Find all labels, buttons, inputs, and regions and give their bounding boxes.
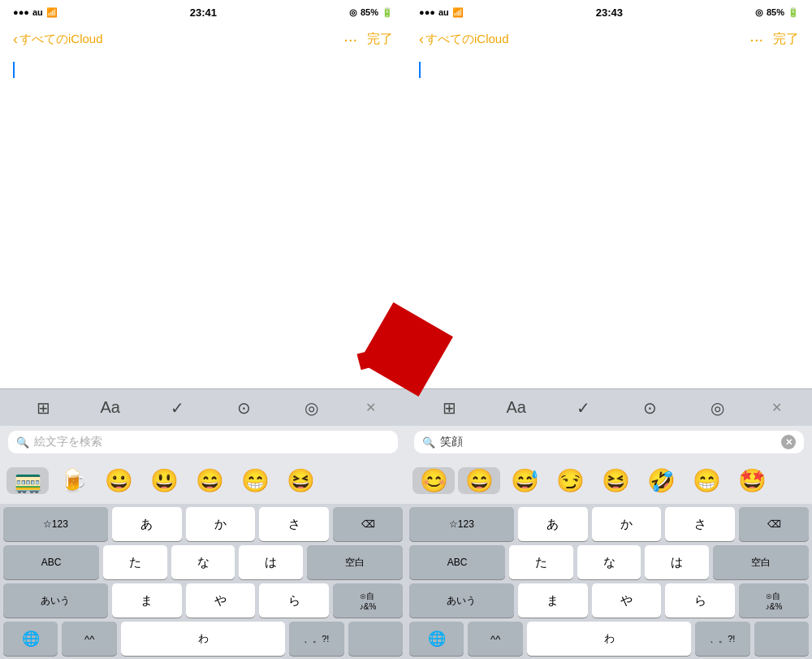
key-ma-right[interactable]: ま [518,583,588,618]
key-na-right[interactable]: な [577,545,641,579]
emoji-row-right: 😊 😄 😅 😏 😆 🤣 😁 🤩 [406,458,812,504]
nav-actions-right: ··· 完了 [749,30,799,49]
search-field-left[interactable]: 🔍 絵文字を検索 [8,431,398,453]
check-icon-right[interactable]: ✓ [570,398,596,418]
emoji-smile[interactable]: 😄 [188,467,231,494]
cursor-right [419,62,421,78]
emoji-grinning[interactable]: 😀 [97,467,140,494]
nav-bar-left: ‹ すべてのiCloud ··· 完了 [0,23,406,55]
location-icon-right: ◎ [755,7,763,18]
key-delete-left[interactable]: ⌫ [333,507,403,541]
note-area-right[interactable] [406,55,812,388]
signal-icon-left: ●●● [13,7,29,17]
nav-back-right[interactable]: ‹ すべてのiCloud [419,31,509,48]
camera-icon-left[interactable]: ⊙ [231,398,257,418]
key-abc-right[interactable]: ABC [409,545,505,579]
key-space-left[interactable]: 空白 [307,545,403,579]
key-aiueo-right[interactable]: あいう [409,583,514,618]
key-caret-right[interactable]: ^^ [468,622,522,656]
key-punct-right[interactable]: 、。?! [695,622,749,656]
key-ka-left[interactable]: か [186,507,256,541]
table-icon-left[interactable]: ⊞ [30,398,56,418]
nav-done-left[interactable]: 完了 [367,31,393,48]
emoji-laughing[interactable]: 😆 [279,467,322,494]
key-ma-left[interactable]: ま [112,583,182,618]
emoji-beer[interactable]: 🍺 [52,467,94,494]
nav-dots-left[interactable]: ··· [343,30,357,49]
time-left: 23:41 [190,7,217,19]
nav-dots-right[interactable]: ··· [749,30,763,49]
key-num-left[interactable]: ☆123 [3,507,108,541]
key-globe-left[interactable]: 🌐 [3,622,58,656]
key-ya-right[interactable]: や [592,583,662,618]
key-space-right[interactable]: 空白 [713,545,809,579]
close-icon-left[interactable]: ✕ [365,400,376,415]
emoji-smiley[interactable]: 😃 [143,467,185,494]
format-icon-right[interactable]: Aa [503,398,529,417]
key-row2-left: ABC た な は 空白 [3,545,403,579]
camera-icon-right[interactable]: ⊙ [637,398,663,418]
table-icon-right[interactable]: ⊞ [436,398,462,418]
key-sa-right[interactable]: さ [665,507,735,541]
key-wa-left[interactable]: わ [121,622,285,656]
key-num-right[interactable]: ☆123 [409,507,514,541]
key-globe-right[interactable]: 🌐 [409,622,464,656]
key-delete-right[interactable]: ⌫ [739,507,809,541]
emoji-grin[interactable]: 😁 [234,467,276,494]
nav-back-left[interactable]: ‹ すべてのiCloud [13,31,103,48]
close-icon-right[interactable]: ✕ [771,400,782,415]
key-row4-left: 🌐 ^^ わ 、。?! [3,622,403,656]
emoji-r5[interactable]: 😆 [594,467,637,494]
key-emoji-switch-left[interactable]: ⊙自♪&% [333,583,403,618]
carrier-left: au [32,7,43,17]
search-clear-right[interactable]: ✕ [781,435,796,449]
nav-done-right[interactable]: 完了 [773,31,799,48]
left-panel: ●●● au 📶 23:41 ◎ 85% 🔋 ‹ すべてのiCloud ··· … [0,0,406,659]
emoji-r8[interactable]: 🤩 [731,467,773,494]
key-caret-left[interactable]: ^^ [62,622,116,656]
check-icon-left[interactable]: ✓ [164,398,190,418]
key-return-right[interactable] [754,622,809,656]
key-ta-left[interactable]: た [103,545,167,579]
emoji-r2[interactable]: 😄 [458,467,500,494]
key-abc-left[interactable]: ABC [3,545,99,579]
search-placeholder-left: 絵文字を検索 [34,435,102,449]
key-ra-left[interactable]: ら [259,583,329,618]
key-na-left[interactable]: な [171,545,235,579]
search-value-right: 笑顔 [440,435,463,449]
key-ha-right[interactable]: は [645,545,709,579]
wifi-icon-left: 📶 [46,7,58,18]
key-a-left[interactable]: あ [112,507,182,541]
emoji-r7[interactable]: 😁 [685,467,728,494]
emoji-r6[interactable]: 🤣 [640,467,682,494]
key-punct-left[interactable]: 、。?! [289,622,343,656]
cursor-left [13,62,15,78]
key-row1-right: ☆123 あ か さ ⌫ [409,507,809,541]
key-ta-right[interactable]: た [509,545,573,579]
emoji-r4[interactable]: 😏 [549,467,591,494]
emoji-r1[interactable]: 😊 [412,467,455,494]
key-wa-right[interactable]: わ [527,622,691,656]
compass-icon-left[interactable]: ◎ [298,398,324,418]
note-area-left[interactable] [0,55,406,388]
key-ya-left[interactable]: や [186,583,256,618]
key-ka-right[interactable]: か [592,507,662,541]
right-panel: ●●● au 📶 23:43 ◎ 85% 🔋 ‹ すべてのiCloud ··· … [406,0,812,659]
format-icon-left[interactable]: Aa [97,398,123,417]
key-row3-left: あいう ま や ら ⊙自♪&% [3,583,403,618]
emoji-tram[interactable]: 🚃 [6,467,49,494]
key-sa-left[interactable]: さ [259,507,329,541]
status-right-left: ◎ 85% 🔋 [349,7,393,18]
key-return-left[interactable] [348,622,403,656]
emoji-r3[interactable]: 😅 [503,467,546,494]
emoji-toolbar-right: ⊞ Aa ✓ ⊙ ◎ ✕ [406,388,812,426]
key-ha-left[interactable]: は [239,545,303,579]
emoji-row-left: 🚃 🍺 😀 😃 😄 😁 😆 [0,458,406,504]
emoji-search-left: 🔍 絵文字を検索 [0,426,406,458]
key-emoji-switch-right[interactable]: ⊙自♪&% [739,583,809,618]
key-aiueo-left[interactable]: あいう [3,583,108,618]
compass-icon-right[interactable]: ◎ [704,398,730,418]
key-a-right[interactable]: あ [518,507,588,541]
search-field-right[interactable]: 🔍 笑顔 ✕ [414,431,804,453]
key-ra-right[interactable]: ら [665,583,735,618]
